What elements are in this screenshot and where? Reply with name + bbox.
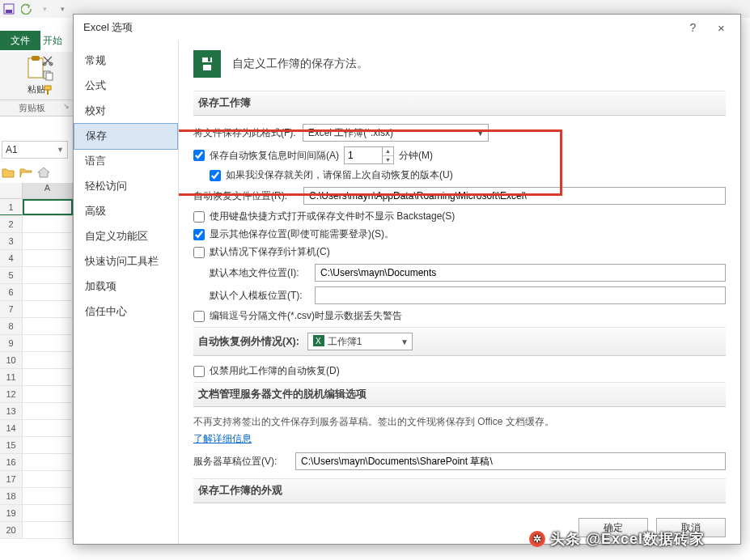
cell[interactable] bbox=[23, 403, 73, 419]
offline-note: 不再支持将签出的文件保存到服务器草稿。签出的文件现将保存到 Office 文档缓… bbox=[193, 415, 726, 429]
autorecover-location-label: 自动恢复文件位置(R): bbox=[193, 189, 297, 203]
cell[interactable] bbox=[23, 233, 73, 249]
cell[interactable] bbox=[23, 284, 73, 300]
dialog-titlebar: Excel 选项 ? × bbox=[74, 15, 740, 40]
keep-last-autorecover-checkbox[interactable] bbox=[210, 170, 221, 181]
default-template-location-input[interactable] bbox=[315, 286, 726, 304]
row-header[interactable]: 20 bbox=[0, 522, 23, 538]
learn-more-link[interactable]: 了解详细信息 bbox=[193, 433, 252, 444]
autorecover-location-input[interactable] bbox=[303, 187, 726, 205]
cut-icon[interactable] bbox=[42, 55, 53, 69]
sidebar-item-advanced[interactable]: 高级 bbox=[74, 199, 178, 224]
save-icon[interactable] bbox=[0, 0, 18, 18]
section-offline-editing: 文档管理服务器文件的脱机编辑选项 bbox=[193, 382, 726, 407]
row-header[interactable]: 15 bbox=[0, 437, 23, 453]
default-local-location-input[interactable] bbox=[315, 264, 726, 282]
row-header[interactable]: 19 bbox=[0, 505, 23, 521]
cell[interactable] bbox=[23, 488, 73, 504]
row-header[interactable]: 18 bbox=[0, 488, 23, 504]
file-format-combobox[interactable]: Excel 工作簿(*.xlsx) ▼ bbox=[303, 124, 489, 142]
worksheet-grid[interactable]: A 1 2 3 4 5 6 7 8 9 10 11 12 13 14 15 16… bbox=[0, 183, 73, 560]
home-icon[interactable] bbox=[37, 167, 50, 180]
server-drafts-location-input[interactable] bbox=[295, 452, 726, 470]
save-to-computer-checkbox[interactable] bbox=[193, 247, 205, 258]
cell[interactable] bbox=[23, 250, 73, 266]
row-header[interactable]: 17 bbox=[0, 471, 23, 487]
sidebar-item-trust-center[interactable]: 信任中心 bbox=[74, 299, 178, 325]
cell[interactable] bbox=[23, 335, 73, 351]
show-other-locations-checkbox[interactable] bbox=[193, 229, 205, 240]
row-header[interactable]: 3 bbox=[0, 233, 23, 249]
name-box[interactable]: A1 ▼ bbox=[2, 141, 68, 159]
row-header[interactable]: 4 bbox=[0, 250, 23, 266]
row-header[interactable]: 12 bbox=[0, 386, 23, 402]
workbook-exception-combobox[interactable]: X 工作簿1 ▼ bbox=[307, 333, 413, 350]
cell[interactable] bbox=[23, 199, 73, 215]
row-header[interactable]: 11 bbox=[0, 369, 23, 385]
sidebar-item-quick-access[interactable]: 快速访问工具栏 bbox=[74, 249, 178, 274]
csv-dataloss-warning-checkbox[interactable] bbox=[193, 311, 205, 322]
cell[interactable] bbox=[23, 386, 73, 402]
row-header[interactable]: 5 bbox=[0, 267, 23, 283]
options-save-panel: 自定义工作簿的保存方法。 保存工作簿 将文件保存为此格式(F): Excel 工… bbox=[179, 40, 740, 544]
sidebar-item-general[interactable]: 常规 bbox=[74, 49, 178, 74]
sidebar-item-language[interactable]: 语言 bbox=[74, 149, 178, 174]
column-header-A[interactable]: A bbox=[23, 183, 73, 198]
dialog-launcher-icon[interactable]: ↘ bbox=[63, 102, 70, 110]
copy-icon[interactable] bbox=[42, 70, 53, 83]
cell[interactable] bbox=[23, 369, 73, 385]
autosave-minutes-spinner[interactable]: ▲▼ bbox=[344, 146, 394, 164]
row-header[interactable]: 7 bbox=[0, 301, 23, 317]
cell[interactable] bbox=[23, 471, 73, 487]
spinner-down-icon[interactable]: ▼ bbox=[383, 156, 393, 164]
sidebar-item-customize-ribbon[interactable]: 自定义功能区 bbox=[74, 224, 178, 249]
tab-file[interactable]: 文件 bbox=[0, 31, 40, 50]
tab-home[interactable]: 开始 bbox=[40, 31, 65, 50]
folder-open-icon[interactable] bbox=[19, 167, 32, 180]
cell[interactable] bbox=[23, 216, 73, 232]
svg-rect-13 bbox=[208, 57, 210, 62]
qat-customize-icon[interactable]: ▾ bbox=[53, 0, 71, 18]
row-header[interactable]: 13 bbox=[0, 403, 23, 419]
sidebar-item-proofing[interactable]: 校对 bbox=[74, 99, 178, 124]
cell[interactable] bbox=[23, 267, 73, 283]
file-format-label: 将文件保存为此格式(F): bbox=[193, 126, 296, 140]
autosave-interval-checkbox[interactable] bbox=[193, 150, 205, 161]
row-header[interactable]: 6 bbox=[0, 284, 23, 300]
sidebar-item-save[interactable]: 保存 bbox=[74, 123, 178, 150]
cell[interactable] bbox=[23, 505, 73, 521]
cell[interactable] bbox=[23, 437, 73, 453]
sidebar-item-ease-of-access[interactable]: 轻松访问 bbox=[74, 174, 178, 199]
folder-toolbar bbox=[2, 167, 50, 180]
row-header[interactable]: 9 bbox=[0, 335, 23, 351]
row-header[interactable]: 16 bbox=[0, 454, 23, 470]
sidebar-item-formulas[interactable]: 公式 bbox=[74, 74, 178, 99]
cell[interactable] bbox=[23, 420, 73, 436]
chevron-down-icon[interactable]: ▼ bbox=[57, 146, 64, 154]
cell[interactable] bbox=[23, 301, 73, 317]
sidebar-item-addins[interactable]: 加载项 bbox=[74, 274, 178, 299]
cell[interactable] bbox=[23, 454, 73, 470]
chevron-down-icon: ▼ bbox=[477, 129, 485, 138]
svg-rect-2 bbox=[28, 58, 43, 78]
disable-autorecover-checkbox[interactable] bbox=[193, 366, 205, 377]
autosave-minutes-input[interactable] bbox=[344, 146, 383, 164]
row-header[interactable]: 8 bbox=[0, 318, 23, 334]
no-backstage-checkbox[interactable] bbox=[193, 211, 205, 223]
undo-icon[interactable] bbox=[18, 0, 36, 18]
format-painter-icon[interactable] bbox=[42, 84, 53, 98]
spinner-up-icon[interactable]: ▲ bbox=[383, 147, 393, 156]
close-button[interactable]: × bbox=[707, 16, 735, 39]
folder-icon[interactable] bbox=[2, 167, 15, 180]
cell[interactable] bbox=[23, 352, 73, 368]
help-button[interactable]: ? bbox=[679, 16, 707, 39]
redo-dropdown-icon[interactable]: ▾ bbox=[36, 0, 53, 18]
row-header[interactable]: 1 bbox=[0, 199, 23, 215]
cell[interactable] bbox=[23, 522, 73, 538]
row-header[interactable]: 2 bbox=[0, 216, 23, 232]
row-header[interactable]: 14 bbox=[0, 420, 23, 436]
svg-rect-3 bbox=[32, 56, 40, 61]
cell[interactable] bbox=[23, 318, 73, 334]
row-header[interactable]: 10 bbox=[0, 352, 23, 368]
select-all-corner[interactable] bbox=[0, 183, 23, 198]
